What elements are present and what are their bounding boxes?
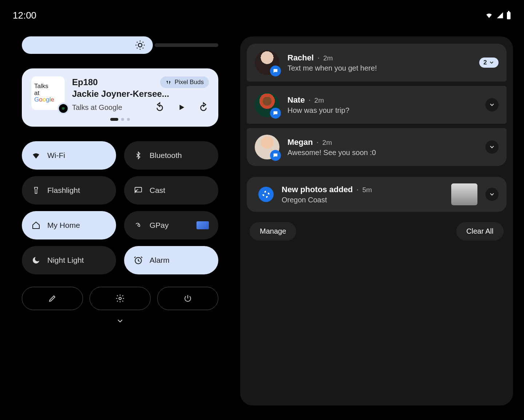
play-button[interactable] (176, 102, 187, 113)
tile-home[interactable]: My Home (22, 211, 116, 239)
tile-wifi[interactable]: Wi-Fi (22, 141, 116, 170)
edit-button[interactable] (22, 287, 83, 310)
notification-title: New photos added (282, 185, 353, 194)
chevron-down-icon (489, 102, 495, 108)
tile-label: Cast (150, 186, 165, 195)
gpay-icon (134, 221, 143, 230)
notification-message: Awesome! See you soon :0 (287, 148, 477, 157)
notification-item-photos[interactable]: New photos added · 5m Oregon Coast (247, 177, 507, 212)
avatar (255, 50, 279, 75)
moon-icon (31, 255, 41, 265)
tile-night-light[interactable]: Night Light (22, 246, 116, 274)
svg-rect-0 (507, 12, 511, 19)
photo-thumbnail (451, 183, 477, 205)
output-device-chip[interactable]: Pixel Buds (160, 76, 209, 88)
quick-settings-panel: Talks at Google Ep180 Pixel Bu (22, 36, 218, 405)
sender-name: Megan (287, 138, 313, 147)
payment-card-icon (196, 221, 209, 229)
tile-gpay[interactable]: GPay (124, 211, 218, 239)
rewind-15-button[interactable] (154, 102, 165, 113)
wifi-icon (31, 151, 41, 160)
notification-time: 2m (322, 139, 332, 147)
messages-icon (270, 108, 281, 119)
notification-message: Text me when you get here! (287, 64, 471, 72)
gear-icon (115, 294, 125, 303)
status-bar: 12:00 (0, 8, 524, 23)
flashlight-icon (31, 186, 41, 195)
sender-name: Rachel (287, 53, 314, 63)
notification-time: 2m (323, 54, 333, 62)
chevron-down-icon (489, 191, 495, 197)
cast-icon (134, 186, 143, 195)
chevron-down-icon (489, 60, 494, 65)
tile-bluetooth[interactable]: Bluetooth (124, 141, 218, 170)
messages-icon (270, 150, 281, 161)
clear-all-button[interactable]: Clear All (456, 222, 504, 241)
notification-subtitle: Oregon Coast (282, 196, 443, 204)
notification-item[interactable]: Nate · 2m How was your trip? (247, 86, 507, 124)
notification-message: How was your trip? (287, 106, 477, 115)
quick-settings-tiles: Wi-Fi Bluetooth Flashlight Cast My Home (22, 141, 218, 274)
tile-label: My Home (47, 221, 80, 230)
expand-button[interactable] (485, 188, 499, 201)
settings-button[interactable] (90, 287, 151, 310)
pencil-icon (48, 294, 57, 303)
avatar (255, 135, 279, 159)
media-page-indicator (31, 118, 209, 121)
wifi-icon (484, 12, 494, 19)
power-icon (183, 294, 192, 303)
google-logo: Google (34, 96, 62, 103)
spotify-icon (57, 103, 69, 114)
tile-flashlight[interactable]: Flashlight (22, 176, 116, 205)
brightness-icon (135, 40, 146, 51)
chevron-down-icon (114, 317, 126, 325)
chevron-down-icon (489, 144, 495, 150)
media-title: Ep180 (72, 77, 98, 87)
avatar (255, 92, 279, 117)
tile-label: Flashlight (47, 186, 80, 195)
home-icon (31, 221, 41, 230)
notification-time: 2m (314, 96, 324, 104)
notification-item[interactable]: Megan · 2m Awesome! See you soon :0 (247, 128, 507, 166)
svg-point-2 (138, 43, 142, 47)
battery-icon (506, 11, 511, 20)
notification-panel: Rachel · 2m Text me when you get here! 2… (240, 36, 513, 405)
manage-button[interactable]: Manage (250, 222, 296, 241)
expand-count-chip[interactable]: 2 (479, 58, 499, 68)
svg-rect-1 (508, 11, 509, 12)
tile-alarm[interactable]: Alarm (124, 246, 218, 274)
forward-15-button[interactable] (198, 102, 209, 113)
messages-icon (270, 66, 281, 76)
expand-button[interactable] (485, 98, 499, 111)
album-art: Talks at Google (31, 76, 65, 110)
brightness-slider[interactable] (22, 36, 218, 54)
media-subtitle: Jackie Joyner-Kersee... (72, 89, 209, 99)
media-source: Talks at Google (72, 103, 122, 112)
collapse-handle[interactable] (22, 317, 218, 325)
tile-label: GPay (150, 221, 169, 230)
tile-cast[interactable]: Cast (124, 176, 218, 205)
photos-icon (258, 187, 274, 202)
power-button[interactable] (157, 287, 218, 310)
tile-label: Bluetooth (150, 151, 182, 160)
notification-item[interactable]: Rachel · 2m Text me when you get here! 2 (247, 44, 507, 82)
expand-button[interactable] (485, 140, 499, 154)
earbuds-icon (165, 79, 172, 85)
tile-label: Night Light (47, 256, 84, 265)
status-time: 12:00 (13, 10, 36, 21)
tile-label: Alarm (150, 256, 170, 265)
svg-point-6 (119, 297, 122, 300)
signal-icon (496, 12, 504, 19)
media-player-card[interactable]: Talks at Google Ep180 Pixel Bu (22, 68, 218, 127)
notification-time: 5m (362, 186, 372, 194)
sender-name: Nate (287, 95, 305, 105)
alarm-icon (134, 255, 143, 265)
bluetooth-icon (134, 151, 143, 160)
tile-label: Wi-Fi (47, 151, 65, 160)
status-icons (484, 11, 511, 20)
